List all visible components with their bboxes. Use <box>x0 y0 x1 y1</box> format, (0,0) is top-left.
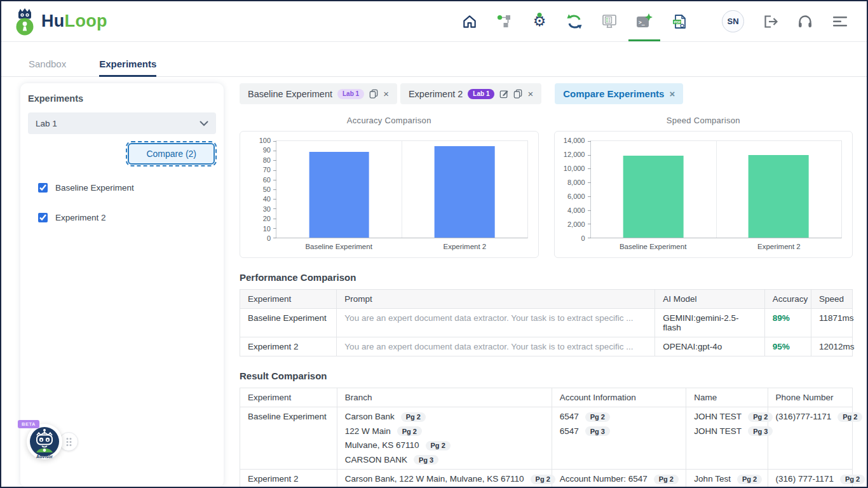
close-icon[interactable]: × <box>527 89 533 98</box>
huloop-logo[interactable]: HuLoop <box>13 7 107 36</box>
y-tick-label: 0 <box>267 234 271 242</box>
y-tick-mark <box>273 208 276 209</box>
copy-icon[interactable] <box>513 89 522 98</box>
cell-prompt: You are an expert document data extracto… <box>337 337 655 356</box>
ai-gear-icon[interactable]: ⚙ <box>531 12 548 31</box>
beta-badge: BETA <box>18 420 39 428</box>
y-tick-mark <box>588 210 591 211</box>
checkbox-label: Baseline Experiment <box>55 183 134 193</box>
cell-prompt: You are an expert document data extracto… <box>337 309 655 337</box>
extracted-value: 6547 <box>560 426 579 436</box>
page-badge: Pg 2 <box>748 412 773 422</box>
result-comparison-table: ExperimentBranchAccount InformationNameP… <box>240 388 853 488</box>
y-tick-label: 100 <box>259 137 271 144</box>
terminal-sparkle-icon[interactable]: >_ <box>635 12 653 31</box>
app-window: HuLoop ⚙ <box>0 0 868 488</box>
x-category-label: Experiment 2 <box>757 243 801 250</box>
user-avatar[interactable]: SN <box>722 10 744 32</box>
y-tick-mark <box>273 219 276 219</box>
column-header: AI Model <box>655 290 765 309</box>
y-tick-mark <box>588 182 591 183</box>
experiments-sidebar: Experiments Lab 1 Compare (2) Baseline E… <box>20 83 224 487</box>
chevron-down-icon <box>200 121 208 126</box>
workflow-icon[interactable] <box>496 12 513 31</box>
y-tick-mark <box>273 170 276 171</box>
column-header: Phone Number <box>768 388 852 407</box>
y-axis-labels: 14,00012,00010,0008,0006,0004,0002,0000 <box>560 140 590 238</box>
bar-experiment-2[interactable] <box>435 146 495 238</box>
extracted-value: Carson Bank <box>345 412 395 421</box>
lab-select[interactable]: Lab 1 <box>28 112 216 134</box>
extracted-value: Account Number: 6547 <box>560 474 648 484</box>
page-badge: Pg 2 <box>654 475 679 484</box>
experiment-2-checkbox[interactable] <box>38 213 48 222</box>
baseline-experiment-checkbox[interactable] <box>38 183 48 193</box>
table-header-row: ExperimentBranchAccount InformationNameP… <box>240 388 853 407</box>
extracted-value: Carson Bank, 122 W Main, Mulvane, KS 671… <box>345 474 524 484</box>
table-row: Experiment 2Carson Bank, 122 W Main, Mul… <box>240 470 853 488</box>
page-badge: Pg 3 <box>414 455 438 464</box>
close-icon[interactable]: × <box>669 89 675 98</box>
tab-sandbox[interactable]: Sandbox <box>29 58 66 76</box>
tab-experiments[interactable]: Experiments <box>99 58 156 77</box>
pdf-export-icon[interactable]: PDF <box>670 12 688 31</box>
cell-account: Account Number: 6547Pg 2 <box>552 470 686 488</box>
y-tick-label: 30 <box>263 205 271 213</box>
plot-area <box>590 140 843 238</box>
extracted-value-line: Carson BankPg 2 <box>345 412 544 422</box>
logout-icon[interactable] <box>761 12 779 31</box>
column-header: Experiment <box>240 388 337 407</box>
extracted-value-line: CARSON BANKPg 3 <box>345 455 544 465</box>
sync-icon[interactable] <box>566 12 583 31</box>
bar-baseline-experiment[interactable] <box>309 152 369 238</box>
performance-comparison-title: Performance Comparison <box>240 272 853 283</box>
extracted-value: John Test <box>694 474 731 484</box>
svg-text:PDF: PDF <box>674 20 682 24</box>
column-header: Prompt <box>337 290 655 309</box>
cell-experiment: Baseline Experiment <box>240 407 337 470</box>
chart-title: Accuracy Comparison <box>240 116 539 125</box>
y-tick-label: 4,000 <box>567 207 585 214</box>
result-comparison-title: Result Comparison <box>240 370 853 381</box>
advisor-bot-button[interactable]: BETA Advisor <box>27 424 62 459</box>
close-icon[interactable]: × <box>383 89 389 98</box>
tab-baseline-experiment[interactable]: Baseline Experiment Lab 1 × <box>240 83 397 104</box>
edit-icon[interactable] <box>499 89 508 98</box>
page-badge: Pg 3 <box>748 426 773 436</box>
y-tick-label: 70 <box>263 166 271 173</box>
table-header-row: ExperimentPromptAI ModelAccuracySpeed <box>240 290 853 309</box>
cell-branch: Carson Bank, 122 W Main, Mulvane, KS 671… <box>337 470 552 488</box>
advisor-robot-icon <box>29 426 60 458</box>
tab-compare-experiments[interactable]: Compare Experiments × <box>555 83 683 104</box>
page-badge: Pg 3 <box>585 426 610 436</box>
lab-badge: Lab 1 <box>468 89 494 99</box>
extracted-value: 122 W Main <box>345 426 391 436</box>
bar-experiment-2[interactable] <box>749 155 809 238</box>
bar-baseline-experiment[interactable] <box>623 156 684 238</box>
home-icon[interactable] <box>461 12 478 31</box>
tab-experiment-2[interactable]: Experiment 2 Lab 1 × <box>400 83 541 104</box>
hamburger-menu-icon[interactable] <box>831 12 849 31</box>
brand-name: HuLoop <box>41 11 107 31</box>
y-tick-mark <box>273 189 276 190</box>
chart-title: Speed Comparison <box>554 116 853 125</box>
extracted-value-line: JOHN TESTPg 3 <box>694 426 759 437</box>
advisor-widget: BETA Advisor <box>27 424 78 459</box>
workspace-tabs: Baseline Experiment Lab 1 × Experiment 2… <box>240 83 853 104</box>
navbar-icon-group: ⚙ >_ <box>461 10 849 32</box>
extracted-value: JOHN TEST <box>694 426 742 436</box>
table-row: Baseline ExperimentCarson BankPg 2122 W … <box>240 407 853 470</box>
support-headset-icon[interactable] <box>796 12 814 31</box>
copy-icon[interactable] <box>369 89 378 98</box>
column-header: Name <box>686 388 768 407</box>
compare-button[interactable]: Compare (2) <box>128 143 215 165</box>
document-review-icon[interactable] <box>600 12 618 31</box>
cell-speed: 11871ms <box>811 309 852 337</box>
svg-text:>_: >_ <box>639 20 645 25</box>
checkbox-row-experiment-2: Experiment 2 <box>36 211 216 224</box>
table-row: Experiment 2You are an expert document d… <box>240 337 853 356</box>
x-category-label: Experiment 2 <box>443 243 486 250</box>
plot-area <box>276 140 528 238</box>
extracted-value-line: (316) 777-1171Pg 2 <box>776 474 844 484</box>
cell-experiment: Baseline Experiment <box>240 309 337 337</box>
